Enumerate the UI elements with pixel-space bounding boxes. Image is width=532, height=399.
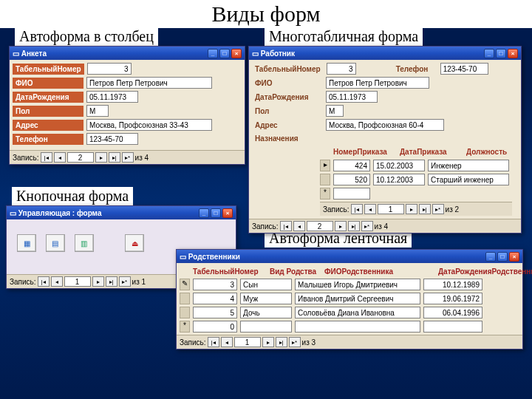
minimize-button[interactable]: _ xyxy=(484,49,494,58)
cell-no[interactable] xyxy=(333,188,370,200)
nav-new-button[interactable]: ▸* xyxy=(432,204,444,214)
row-selector-new[interactable]: * xyxy=(180,321,190,332)
maximize-button[interactable]: □ xyxy=(497,252,508,262)
field-sex[interactable] xyxy=(326,105,344,117)
field-addr[interactable] xyxy=(86,119,212,131)
nav-last-button[interactable]: ▸| xyxy=(348,221,360,231)
window-icon: ▭ xyxy=(10,209,16,217)
nav-pos-input[interactable] xyxy=(67,152,94,163)
exit-button[interactable]: ⏏ xyxy=(125,234,144,252)
close-button[interactable]: × xyxy=(231,49,242,58)
minimize-button[interactable]: _ xyxy=(199,208,209,218)
nav-first-button[interactable]: |◂ xyxy=(351,204,363,214)
nav-prev-button[interactable]: ◂ xyxy=(364,204,376,214)
nav-pos-input[interactable] xyxy=(234,337,261,347)
cell-date[interactable] xyxy=(373,160,425,171)
cell-rel[interactable] xyxy=(240,307,292,318)
cell-tabno[interactable] xyxy=(193,321,237,332)
nav-new-button[interactable]: ▸* xyxy=(361,221,373,231)
nav-last-button[interactable]: ▸| xyxy=(106,276,117,287)
nav-pos-input[interactable] xyxy=(378,204,404,214)
field-dob[interactable] xyxy=(326,91,378,103)
record-navigator-anketa: Запись: |◂ ◂ ▸ ▸| ▸* из 4 xyxy=(10,150,245,164)
cell-tabno[interactable] xyxy=(193,279,237,290)
window-title: Анкета xyxy=(21,50,47,58)
row-selector[interactable] xyxy=(180,307,190,318)
maximize-button[interactable]: □ xyxy=(211,208,221,218)
form-button-2[interactable]: ▤ xyxy=(46,234,65,252)
titlebar-rabotnik[interactable]: ▭ Работник _ □ × xyxy=(249,47,521,60)
nav-next-button[interactable]: ▸ xyxy=(92,276,104,287)
nav-next-button[interactable]: ▸ xyxy=(95,152,107,163)
maximize-button[interactable]: □ xyxy=(219,49,230,58)
cell-dob[interactable] xyxy=(423,279,482,290)
cell-fio[interactable] xyxy=(295,307,420,318)
cell-pos[interactable] xyxy=(428,160,509,171)
nav-next-button[interactable]: ▸ xyxy=(335,221,347,231)
nav-first-button[interactable]: |◂ xyxy=(38,276,50,287)
titlebar-switchboard[interactable]: ▭ Управляющая : форма _ □ × xyxy=(7,206,236,219)
nav-pos-input[interactable] xyxy=(64,276,91,287)
field-dob[interactable] xyxy=(86,91,138,103)
row-selector[interactable] xyxy=(180,293,190,304)
cell-fio[interactable] xyxy=(295,293,420,304)
cell-fio[interactable] xyxy=(295,321,420,332)
cell-rel[interactable] xyxy=(240,321,292,332)
field-sex[interactable] xyxy=(86,105,109,117)
window-icon: ▭ xyxy=(180,253,186,261)
field-fio[interactable] xyxy=(86,77,212,89)
nav-prev-button[interactable]: ◂ xyxy=(221,337,233,347)
record-navigator-relatives: Запись: |◂ ◂ ▸ ▸| ▸* из 3 xyxy=(177,335,522,349)
titlebar-anketa[interactable]: ▭ Анкета _ □ × xyxy=(10,47,245,60)
nav-first-button[interactable]: |◂ xyxy=(280,221,292,231)
nav-new-button[interactable]: ▸* xyxy=(289,337,301,347)
field-phone[interactable] xyxy=(440,63,488,75)
field-phone[interactable] xyxy=(86,133,138,145)
cell-tabno[interactable] xyxy=(193,293,237,304)
close-button[interactable]: × xyxy=(508,49,518,58)
field-fio[interactable] xyxy=(326,77,429,89)
cell-date[interactable] xyxy=(373,174,425,185)
nav-new-button[interactable]: ▸* xyxy=(122,152,134,163)
cell-tabno[interactable] xyxy=(193,307,237,318)
close-button[interactable]: × xyxy=(509,252,519,262)
field-tabno[interactable] xyxy=(87,63,132,75)
window-anketa: ▭ Анкета _ □ × ТабельныйНомер ФИО ДатаРо… xyxy=(9,46,245,165)
maximize-button[interactable]: □ xyxy=(496,49,506,58)
nav-last-button[interactable]: ▸| xyxy=(276,337,287,347)
nav-new-button[interactable]: ▸* xyxy=(119,276,131,287)
form-button-1[interactable]: ▦ xyxy=(17,234,36,252)
cell-dob[interactable] xyxy=(423,321,482,332)
cell-fio[interactable] xyxy=(295,279,420,290)
nav-prev-button[interactable]: ◂ xyxy=(51,276,63,287)
minimize-button[interactable]: _ xyxy=(208,49,218,58)
label-tabno: ТабельныйНомер xyxy=(13,64,84,75)
row-selector-new[interactable]: * xyxy=(320,188,330,200)
cell-rel[interactable] xyxy=(240,279,292,290)
field-addr[interactable] xyxy=(326,119,444,131)
field-tabno[interactable] xyxy=(327,63,356,75)
close-button[interactable]: × xyxy=(222,208,233,218)
cell-rel[interactable] xyxy=(240,293,292,304)
row-selector[interactable] xyxy=(320,174,330,185)
nav-next-button[interactable]: ▸ xyxy=(406,204,417,214)
nav-first-button[interactable]: |◂ xyxy=(41,152,52,163)
minimize-button[interactable]: _ xyxy=(485,252,496,262)
titlebar-relatives[interactable]: ▭ Родственники _ □ × xyxy=(177,250,522,263)
nav-next-button[interactable]: ▸ xyxy=(262,337,274,347)
form-button-3[interactable]: ▥ xyxy=(75,234,94,252)
relatives-rows: ✎ * xyxy=(180,279,519,332)
row-selector[interactable]: ▸ xyxy=(320,160,330,171)
cell-no[interactable] xyxy=(333,160,370,171)
nav-first-button[interactable]: |◂ xyxy=(208,337,219,347)
row-selector[interactable]: ✎ xyxy=(180,279,190,290)
cell-no[interactable] xyxy=(333,174,370,185)
nav-last-button[interactable]: ▸| xyxy=(419,204,431,214)
nav-prev-button[interactable]: ◂ xyxy=(54,152,66,163)
cell-dob[interactable] xyxy=(423,307,482,318)
cell-pos[interactable] xyxy=(428,174,509,185)
cell-dob[interactable] xyxy=(423,293,482,304)
nav-prev-button[interactable]: ◂ xyxy=(293,221,305,231)
nav-pos-input[interactable] xyxy=(307,221,333,231)
nav-last-button[interactable]: ▸| xyxy=(109,152,120,163)
